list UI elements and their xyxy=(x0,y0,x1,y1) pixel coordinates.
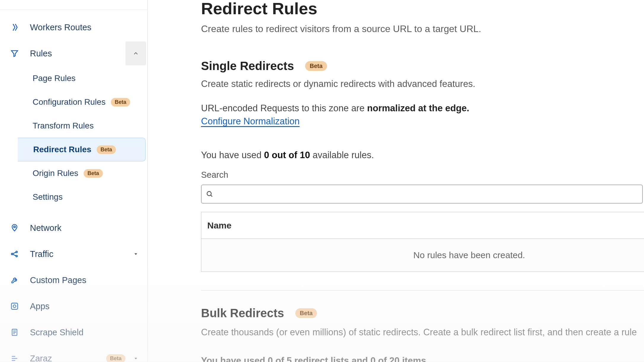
single-redirects-heading: Single Redirects Beta xyxy=(201,59,644,73)
beta-badge: Beta xyxy=(97,145,116,154)
sidebar-item-network[interactable]: Network xyxy=(0,215,147,241)
search-input[interactable] xyxy=(217,190,638,199)
caret-down-icon[interactable] xyxy=(125,347,146,362)
search-box[interactable] xyxy=(201,185,643,204)
sidebar-item-scrape-shield[interactable]: Scrape Shield xyxy=(0,319,147,345)
caret-down-icon[interactable] xyxy=(125,242,146,266)
bulk-redirects-heading: Bulk Redirects Beta xyxy=(201,307,644,320)
bulk-redirects-description: Create thousands (or even millions) of s… xyxy=(201,327,644,338)
sidebar-sub-label: Redirect Rules xyxy=(33,145,91,154)
sidebar-item-configuration-rules[interactable]: Configuration Rules Beta xyxy=(0,90,147,114)
svg-point-0 xyxy=(14,226,15,228)
sidebar-label: Traffic xyxy=(30,249,125,259)
sidebar-item-apps[interactable]: Apps xyxy=(0,293,147,319)
configure-normalization-link[interactable]: Configure Normalization xyxy=(201,116,300,127)
rules-table: Name No rules have been created. xyxy=(201,212,644,272)
sidebar-label: Apps xyxy=(30,301,147,311)
sidebar-item-redirect-rules[interactable]: Redirect Rules Beta xyxy=(18,138,146,161)
page-title: Redirect Rules xyxy=(201,0,644,18)
pin-icon xyxy=(10,223,19,233)
sidebar-label: Rules xyxy=(30,49,125,58)
svg-point-1 xyxy=(11,253,13,255)
section-divider xyxy=(201,290,644,290)
beta-badge: Beta xyxy=(84,169,103,178)
svg-point-5 xyxy=(13,305,16,307)
bulk-usage: You have used 0 of 5 redirect lists and … xyxy=(201,355,644,362)
section-title: Single Redirects xyxy=(201,59,294,73)
sidebar-item-rules-settings[interactable]: Settings xyxy=(0,185,147,209)
svg-rect-4 xyxy=(12,303,18,309)
sidebar-label: Network xyxy=(30,223,147,233)
main-content: Redirect Rules Create rules to redirect … xyxy=(148,0,644,362)
workers-icon xyxy=(10,23,19,32)
svg-point-8 xyxy=(207,191,211,196)
sidebar-label: Custom Pages xyxy=(30,275,147,285)
sidebar-item-traffic[interactable]: Traffic xyxy=(0,241,147,267)
chevron-up-icon[interactable] xyxy=(125,42,146,65)
sidebar-item-origin-rules[interactable]: Origin Rules Beta xyxy=(0,161,147,185)
sidebar-sub-label: Page Rules xyxy=(33,74,76,83)
search-icon xyxy=(206,190,213,198)
sidebar-item-transform-rules[interactable]: Transform Rules xyxy=(0,114,147,138)
beta-badge: Beta xyxy=(305,61,327,71)
sidebar-sub-label: Transform Rules xyxy=(33,121,94,131)
section-title: Bulk Redirects xyxy=(201,307,284,320)
sidebar: Workers Routes Rules Page Rules Configur… xyxy=(0,0,148,362)
sidebar-item-workers-routes[interactable]: Workers Routes xyxy=(0,14,147,40)
apps-icon xyxy=(10,301,19,311)
svg-point-3 xyxy=(16,255,17,257)
sidebar-sub-label: Settings xyxy=(33,192,63,202)
sidebar-item-zaraz[interactable]: Zaraz Beta xyxy=(0,345,147,362)
sidebar-sub-label: Configuration Rules xyxy=(33,97,106,107)
table-empty-message: No rules have been created. xyxy=(201,239,644,272)
wrench-icon xyxy=(10,275,19,285)
sidebar-item-custom-pages[interactable]: Custom Pages xyxy=(0,267,147,293)
sidebar-item-rules[interactable]: Rules xyxy=(0,40,147,66)
normalization-status: URL-encoded Requests to this zone are no… xyxy=(201,103,644,114)
page-subtitle: Create rules to redirect visitors from a… xyxy=(201,23,644,34)
beta-badge: Beta xyxy=(295,308,317,318)
sidebar-item-page-rules[interactable]: Page Rules xyxy=(0,66,147,90)
rules-usage: You have used 0 out of 10 available rule… xyxy=(201,150,644,161)
search-label: Search xyxy=(201,170,644,180)
funnel-icon xyxy=(10,49,19,58)
sidebar-sub-label: Origin Rules xyxy=(33,169,78,178)
single-redirects-description: Create static redirects or dynamic redir… xyxy=(201,79,644,89)
sidebar-label: Zaraz xyxy=(30,354,101,362)
beta-badge: Beta xyxy=(106,354,125,362)
table-header-name: Name xyxy=(201,212,644,239)
sidebar-label: Workers Routes xyxy=(30,23,147,32)
document-icon xyxy=(10,328,19,337)
sidebar-label: Scrape Shield xyxy=(30,328,147,337)
beta-badge: Beta xyxy=(111,98,130,107)
svg-point-2 xyxy=(16,251,17,253)
nodes-icon xyxy=(10,249,19,259)
zaraz-icon xyxy=(10,354,19,362)
